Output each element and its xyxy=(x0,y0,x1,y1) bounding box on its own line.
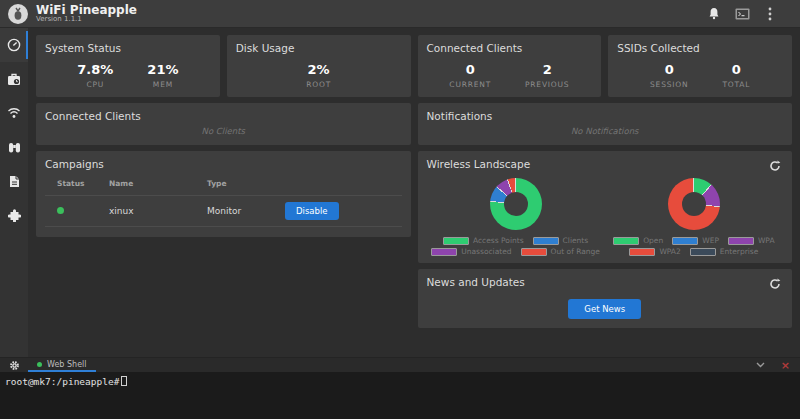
stat-value: 2% xyxy=(306,62,331,77)
stat-root: 2% ROOT xyxy=(306,62,331,89)
card-title: SSIDs Collected xyxy=(617,42,783,54)
legend-item[interactable]: Enterprise xyxy=(690,247,759,256)
legend-swatch xyxy=(690,248,716,256)
card-title: News and Updates xyxy=(427,276,525,288)
close-icon[interactable]: × xyxy=(781,360,790,371)
card-title: Campaigns xyxy=(45,158,402,170)
stat-value: 7.8% xyxy=(77,62,113,77)
card-news-updates: News and Updates Get News xyxy=(418,269,793,328)
legend-item[interactable]: WPA2 xyxy=(629,247,680,256)
pineapple-logo-icon xyxy=(8,4,28,24)
stat-label: TOTAL xyxy=(722,80,750,89)
legend-swatch xyxy=(443,237,469,245)
header-icons xyxy=(706,6,790,22)
left-column: System Status 7.8% CPU 21% MEM xyxy=(36,35,411,357)
plugins-puzzle-icon xyxy=(8,209,21,222)
table-row: xinux Monitor Disable xyxy=(45,195,402,227)
dashboard-icon xyxy=(7,38,21,52)
sidebar-item-recon[interactable] xyxy=(0,130,28,164)
disable-button[interactable]: Disable xyxy=(285,202,339,220)
empty-state-text: No Clients xyxy=(45,126,402,136)
stat-label: CPU xyxy=(77,80,113,89)
legend-swatch xyxy=(613,237,639,245)
card-title: Disk Usage xyxy=(236,42,402,54)
app-version: Version 1.1.1 xyxy=(36,16,137,23)
legend-item[interactable]: Access Points xyxy=(443,236,524,245)
legend-item[interactable]: Out of Range xyxy=(521,247,600,256)
wifi-pineapple-dashboard: WiFi Pineapple Version 1.1.1 xyxy=(0,0,800,419)
legend-item[interactable]: WEP xyxy=(672,236,719,245)
campaign-type: Monitor xyxy=(207,206,285,216)
stat-mem: 21% MEM xyxy=(147,62,178,89)
web-shell-tab[interactable]: Web Shell xyxy=(28,358,96,372)
legend-swatch xyxy=(629,248,655,256)
legend-label: Out of Range xyxy=(551,247,600,256)
legend-label: WPA2 xyxy=(659,247,680,256)
recon-binoculars-icon xyxy=(8,141,21,154)
campaigns-briefcase-icon xyxy=(7,73,21,86)
legend-item[interactable]: Open xyxy=(613,236,663,245)
sidebar-item-plugins[interactable] xyxy=(0,198,28,232)
donut-chart-security: OpenWEPWPAWPA2Enterprise xyxy=(608,178,779,256)
sidebar-item-dashboard[interactable] xyxy=(0,28,28,62)
web-shell-terminal[interactable]: root@mk7:/pineapple# xyxy=(0,372,800,419)
legend-swatch xyxy=(728,237,754,245)
card-title: Connected Clients xyxy=(45,110,402,122)
legend-item[interactable]: Clients xyxy=(533,236,589,245)
stat-label: CURRENT xyxy=(449,80,491,89)
terminal-cursor xyxy=(121,376,127,386)
wireless-charts: Access PointsClientsUnassociatedOut of R… xyxy=(427,178,784,256)
donut-security[interactable] xyxy=(668,178,720,230)
refresh-icon[interactable] xyxy=(767,276,783,292)
get-news-button[interactable]: Get News xyxy=(568,299,641,319)
chevron-down-icon[interactable] xyxy=(753,357,769,373)
stat-label: ROOT xyxy=(306,80,331,89)
stat-label: MEM xyxy=(147,80,178,89)
kebab-menu-icon[interactable] xyxy=(762,6,778,22)
donut-landscape[interactable] xyxy=(490,178,542,230)
legend-label: Access Points xyxy=(473,236,524,245)
stat-value: 0 xyxy=(722,62,750,77)
card-title: System Status xyxy=(45,42,211,54)
card-ssids-collected: SSIDs Collected 0 SESSION 0 TOTAL xyxy=(608,35,792,97)
card-campaigns: Campaigns Status Name Type xinux Monitor xyxy=(36,151,411,237)
sidebar-item-campaigns[interactable] xyxy=(0,62,28,96)
legend-item[interactable]: WPA xyxy=(728,236,775,245)
stat-label: PREVIOUS xyxy=(525,80,569,89)
legend-label: WPA xyxy=(758,236,775,245)
stat-total: 0 TOTAL xyxy=(722,62,750,89)
card-disk-usage: Disk Usage 2% ROOT xyxy=(227,35,411,97)
stat-previous: 2 PREVIOUS xyxy=(525,62,569,89)
empty-state-text: No Notifications xyxy=(427,126,784,136)
terminal-window-icon[interactable] xyxy=(734,6,750,22)
stat-cpu: 7.8% CPU xyxy=(77,62,113,89)
right-column: Connected Clients 0 CURRENT 2 PREVIOUS xyxy=(418,35,793,357)
settings-gear-icon[interactable] xyxy=(0,360,28,371)
card-system-status: System Status 7.8% CPU 21% MEM xyxy=(36,35,220,97)
table-header-row: Status Name Type xyxy=(45,179,402,195)
refresh-icon[interactable] xyxy=(767,158,783,174)
shell-tab-label: Web Shell xyxy=(47,360,87,369)
terminal-prompt: root@mk7:/pineapple# xyxy=(5,376,119,387)
legend-swatch xyxy=(672,237,698,245)
modules-file-icon xyxy=(9,175,20,188)
legend-landscape: Access PointsClientsUnassociatedOut of R… xyxy=(430,236,601,256)
card-connected-clients-stats: Connected Clients 0 CURRENT 2 PREVIOUS xyxy=(418,35,602,97)
sidebar-item-modules[interactable] xyxy=(0,164,28,198)
card-wireless-landscape: Wireless Landscape Access PointsC xyxy=(418,151,793,263)
col-type: Type xyxy=(207,179,285,188)
status-dot xyxy=(57,207,64,214)
sidebar-item-pineap[interactable] xyxy=(0,96,28,130)
donut-chart-landscape: Access PointsClientsUnassociatedOut of R… xyxy=(430,178,601,256)
stat-session: 0 SESSION xyxy=(650,62,688,89)
legend-swatch xyxy=(521,248,547,256)
legend-item[interactable]: Unassociated xyxy=(431,247,511,256)
card-title: Wireless Landscape xyxy=(427,158,531,170)
stat-value: 2 xyxy=(525,62,569,77)
card-connected-clients: Connected Clients No Clients xyxy=(36,103,411,145)
top-header: WiFi Pineapple Version 1.1.1 xyxy=(0,0,800,28)
legend-label: Enterprise xyxy=(720,247,759,256)
title-block: WiFi Pineapple Version 1.1.1 xyxy=(36,4,137,24)
bell-icon[interactable] xyxy=(706,6,722,22)
legend-swatch xyxy=(533,237,559,245)
